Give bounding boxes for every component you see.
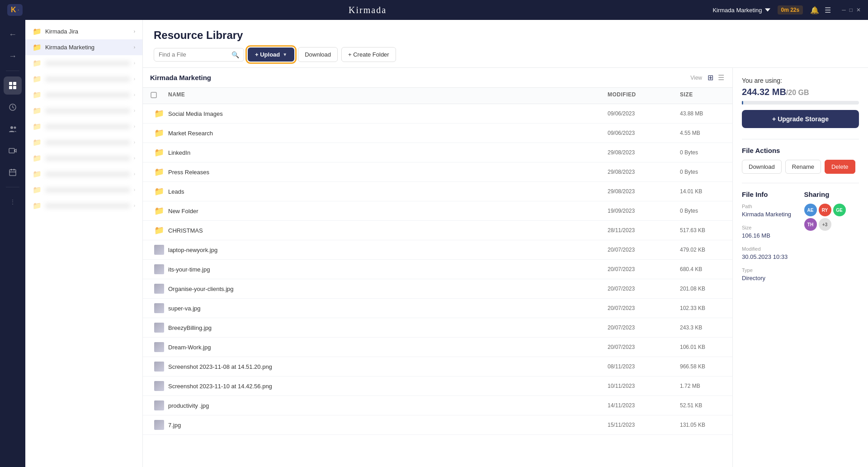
file-name: BreezyBilling.jpg bbox=[168, 324, 608, 331]
nav-back-button[interactable]: ← bbox=[4, 25, 22, 43]
table-row[interactable]: 📁 CHRISTMAS 28/11/2023 517.63 KB bbox=[143, 221, 732, 240]
info-modified-value: 30.05.2023 10:33 bbox=[742, 253, 797, 260]
notification-icon[interactable]: 🔔 bbox=[810, 6, 819, 14]
upload-button[interactable]: + Upload ▼ bbox=[248, 48, 294, 62]
nav-forward-button[interactable]: → bbox=[4, 47, 22, 65]
sidebar-label-8 bbox=[45, 140, 130, 145]
divider-2 bbox=[742, 183, 859, 183]
search-input[interactable] bbox=[159, 51, 229, 58]
minimize-button[interactable]: ─ bbox=[842, 7, 846, 13]
header-name: Name bbox=[168, 91, 608, 100]
svg-rect-3 bbox=[13, 86, 16, 89]
folder-type-icon: 📁 bbox=[154, 109, 164, 119]
file-icon-cell: 📁 bbox=[150, 206, 168, 216]
folder-icon: 📁 bbox=[33, 154, 42, 162]
download-button[interactable]: Download bbox=[298, 47, 338, 62]
sidebar-item-4[interactable]: 📁 › bbox=[25, 71, 142, 87]
menu-icon[interactable]: ☰ bbox=[825, 6, 831, 14]
workspace-selector[interactable]: Kirmada Marketing bbox=[712, 7, 770, 14]
file-info-title: File Info bbox=[742, 191, 797, 198]
download-label: Download bbox=[305, 51, 331, 58]
folder-icon: 📁 bbox=[33, 59, 42, 67]
svg-rect-7 bbox=[9, 148, 14, 153]
sidebar-item-kirmada-marketing[interactable]: 📁 Kirmada Marketing › bbox=[25, 39, 142, 55]
table-row[interactable]: 7.jpg 15/11/2023 131.05 KB bbox=[143, 415, 732, 435]
file-size: 52.51 KB bbox=[680, 402, 725, 409]
sidebar-grid-icon[interactable] bbox=[4, 76, 22, 95]
sidebar-item-8[interactable]: 📁 › bbox=[25, 134, 142, 150]
topbar-icons: 🔔 ☰ bbox=[810, 6, 831, 14]
main-content: 📁 Kirmada Jira › 📁 Kirmada Marketing › 📁… bbox=[25, 20, 868, 467]
sharing-col: Sharing AERYGETH+3 bbox=[804, 191, 859, 289]
chevron-right-icon: › bbox=[134, 92, 135, 97]
sidebar-clock-icon[interactable] bbox=[4, 98, 22, 116]
sidebar-item-7[interactable]: 📁 › bbox=[25, 119, 142, 134]
file-delete-button[interactable]: Delete bbox=[825, 160, 855, 174]
file-size: 106.01 KB bbox=[680, 344, 725, 350]
chevron-right-icon: › bbox=[134, 108, 135, 113]
table-row[interactable]: 📁 Market Research 09/06/2023 4.55 MB bbox=[143, 124, 732, 143]
sharing-avatar[interactable]: AE bbox=[804, 204, 817, 216]
sharing-avatar[interactable]: GE bbox=[833, 204, 846, 216]
sharing-avatar[interactable]: +3 bbox=[819, 218, 831, 231]
header-checkbox bbox=[150, 91, 168, 100]
sidebar-item-12[interactable]: 📁 › bbox=[25, 198, 142, 214]
chevron-right-icon: › bbox=[134, 172, 135, 176]
folder-icon: 📁 bbox=[33, 43, 42, 52]
sharing-avatar[interactable]: TH bbox=[804, 218, 817, 231]
sidebar-users-icon[interactable] bbox=[4, 120, 22, 138]
table-row[interactable]: Dream-Work.jpg 20/07/2023 106.01 KB bbox=[143, 338, 732, 357]
table-row[interactable]: 📁 New Folder 19/09/2023 0 Bytes bbox=[143, 201, 732, 221]
app-logo[interactable]: K • bbox=[7, 4, 23, 16]
folder-icon: 📁 bbox=[33, 91, 42, 99]
file-name: Screenshot 2023-11-08 at 14.51.20.png bbox=[168, 363, 608, 370]
sidebar-video-icon[interactable] bbox=[4, 142, 22, 160]
workspace-name: Kirmada Marketing bbox=[712, 7, 762, 14]
view-label: View bbox=[690, 75, 702, 81]
table-row[interactable]: 📁 Social Media Images 09/06/2023 43.88 M… bbox=[143, 104, 732, 124]
file-icon-cell: 📁 bbox=[150, 225, 168, 235]
info-path-label: Path bbox=[742, 204, 797, 209]
sharing-avatar[interactable]: RY bbox=[819, 204, 831, 216]
sidebar-item-6[interactable]: 📁 › bbox=[25, 103, 142, 119]
table-row[interactable]: super-va.jpg 20/07/2023 102.33 KB bbox=[143, 299, 732, 318]
table-row[interactable]: its-your-time.jpg 20/07/2023 680.4 KB bbox=[143, 260, 732, 279]
folder-icon: 📁 bbox=[33, 186, 42, 194]
file-modified: 14/11/2023 bbox=[608, 402, 680, 409]
file-size: 243.3 KB bbox=[680, 324, 725, 331]
table-row[interactable]: Screenshot 2023-11-08 at 14.51.20.png 08… bbox=[143, 357, 732, 376]
file-list-header-row: Kirmada Marketing View ⊞ ☰ bbox=[143, 68, 732, 88]
logo-dot: • bbox=[18, 9, 19, 11]
search-icon: 🔍 bbox=[231, 51, 239, 58]
table-row[interactable]: laptop-newyork.jpg 20/07/2023 479.02 KB bbox=[143, 240, 732, 260]
maximize-button[interactable]: □ bbox=[849, 7, 853, 13]
sidebar-item-11[interactable]: 📁 › bbox=[25, 182, 142, 198]
table-row[interactable]: productivity .jpg 14/11/2023 52.51 KB bbox=[143, 396, 732, 415]
sidebar-label-12 bbox=[45, 203, 130, 209]
sidebar-handle[interactable]: ⋮ bbox=[4, 193, 22, 211]
list-view-button[interactable]: ☰ bbox=[717, 72, 725, 83]
grid-view-button[interactable]: ⊞ bbox=[707, 72, 714, 83]
file-rows-container: 📁 Social Media Images 09/06/2023 43.88 M… bbox=[143, 104, 732, 435]
info-size-group: Size 106.16 MB bbox=[742, 225, 797, 239]
close-button[interactable]: ✕ bbox=[856, 7, 861, 13]
file-rename-button[interactable]: Rename bbox=[785, 160, 821, 174]
sidebar-item-10[interactable]: 📁 › bbox=[25, 166, 142, 182]
create-folder-button[interactable]: + Create Folder bbox=[341, 47, 396, 62]
sidebar-item-kirmada-jira[interactable]: 📁 Kirmada Jira › bbox=[25, 24, 142, 39]
table-row[interactable]: 📁 LinkedIn 29/08/2023 0 Bytes bbox=[143, 143, 732, 162]
table-row[interactable]: BreezyBilling.jpg 20/07/2023 243.3 KB bbox=[143, 318, 732, 338]
table-row[interactable]: Screenshot 2023-11-10 at 14.42.56.png 10… bbox=[143, 376, 732, 396]
folder-icon: 📁 bbox=[33, 106, 42, 115]
sidebar-item-3[interactable]: 📁 › bbox=[25, 55, 142, 71]
sidebar-calendar-icon[interactable] bbox=[4, 163, 22, 181]
upgrade-storage-button[interactable]: + Upgrade Storage bbox=[742, 110, 859, 128]
file-name: Screenshot 2023-11-10 at 14.42.56.png bbox=[168, 383, 608, 390]
file-icon-cell: 📁 bbox=[150, 109, 168, 119]
table-row[interactable]: 📁 Leads 29/08/2023 14.01 KB bbox=[143, 182, 732, 201]
file-download-button[interactable]: Download bbox=[742, 160, 782, 174]
sidebar-item-5[interactable]: 📁 › bbox=[25, 87, 142, 103]
sidebar-item-9[interactable]: 📁 › bbox=[25, 150, 142, 166]
table-row[interactable]: Organise-your-clients.jpg 20/07/2023 201… bbox=[143, 279, 732, 299]
table-row[interactable]: 📁 Press Releases 29/08/2023 0 Bytes bbox=[143, 162, 732, 182]
